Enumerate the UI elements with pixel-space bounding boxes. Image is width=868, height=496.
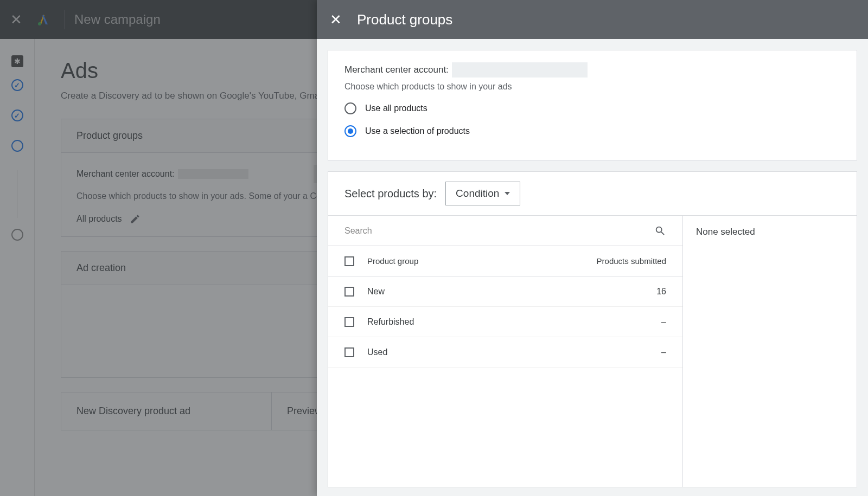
table-row[interactable]: Used–	[328, 337, 682, 368]
panel-subtitle: Choose which products to show in your ad…	[344, 82, 840, 92]
table-row[interactable]: Refurbished–	[328, 307, 682, 337]
radio-icon	[344, 102, 356, 114]
radio-checked-icon	[344, 125, 356, 137]
select-by-label: Select products by:	[344, 188, 437, 200]
radio-use-all[interactable]: Use all products	[344, 102, 840, 114]
table-body: New16Refurbished–Used–	[328, 276, 682, 368]
checkbox[interactable]	[344, 287, 354, 297]
condition-dropdown[interactable]: Condition	[445, 182, 520, 205]
radio-label: Use all products	[365, 104, 427, 113]
table-row[interactable]: New16	[328, 276, 682, 307]
selector-left-pane: Product group Products submitted New16Re…	[328, 216, 683, 487]
mca-value-redacted	[452, 62, 588, 78]
radio-label: Use a selection of products	[365, 126, 470, 136]
mca-label: Merchant center account:	[344, 65, 449, 75]
checkbox[interactable]	[344, 317, 354, 327]
radio-use-selection[interactable]: Use a selection of products	[344, 125, 840, 137]
row-count: –	[585, 317, 666, 327]
dropdown-value: Condition	[456, 188, 499, 199]
none-selected-label: None selected	[696, 227, 755, 237]
row-count: 16	[585, 287, 666, 297]
scrim-overlay[interactable]	[0, 0, 317, 496]
product-groups-panel: ✕ Product groups Merchant center account…	[317, 0, 868, 496]
product-selector-card: Select products by: Condition	[328, 171, 857, 487]
panel-title: Product groups	[357, 11, 452, 28]
close-icon[interactable]: ✕	[330, 11, 342, 28]
row-label: Used	[367, 347, 585, 357]
search-input[interactable]	[344, 226, 654, 236]
selector-right-pane: None selected	[683, 216, 857, 487]
row-count: –	[585, 347, 666, 357]
search-icon[interactable]	[654, 225, 666, 237]
col-header-count: Products submitted	[585, 256, 666, 266]
panel-header: ✕ Product groups	[317, 0, 868, 39]
table-header: Product group Products submitted	[328, 246, 682, 276]
row-label: New	[367, 287, 585, 297]
checkbox-all[interactable]	[344, 256, 354, 266]
chevron-down-icon	[505, 192, 510, 195]
checkbox[interactable]	[344, 347, 354, 357]
panel-top-card: Merchant center account: Choose which pr…	[328, 50, 857, 160]
col-header-group: Product group	[367, 256, 585, 266]
row-label: Refurbished	[367, 317, 585, 327]
